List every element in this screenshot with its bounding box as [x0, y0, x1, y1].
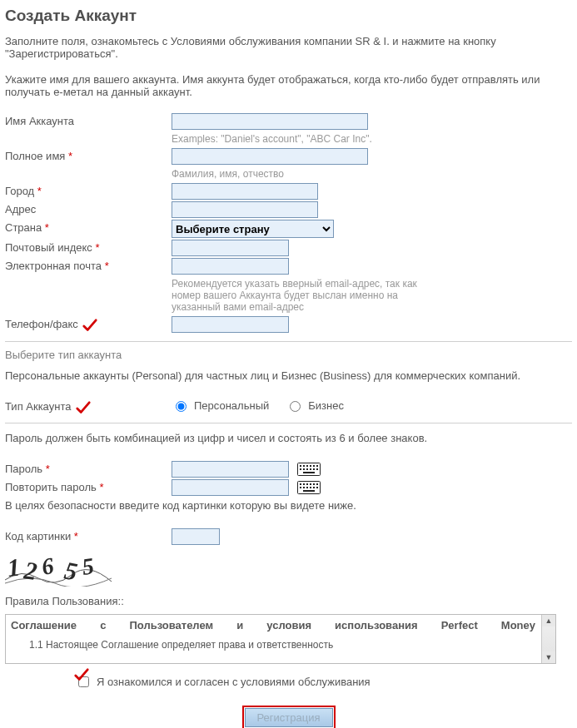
- country-select[interactable]: Выберите страну: [172, 220, 334, 238]
- svg-rect-3: [306, 465, 308, 467]
- keyboard-icon[interactable]: [297, 481, 321, 494]
- terms-header: Правила Пользования::: [5, 595, 572, 607]
- full-name-input[interactable]: [172, 148, 368, 165]
- account-name-input[interactable]: [172, 113, 368, 130]
- svg-text:6: 6: [40, 552, 56, 580]
- account-note: Укажите имя для вашего аккаунта. Имя акк…: [5, 73, 572, 98]
- account-type-label: Тип Аккаунта: [5, 399, 172, 414]
- account-type-desc: Персональные аккаунты (Personal) для час…: [5, 369, 572, 382]
- scrollbar[interactable]: ▲ ▼: [541, 615, 555, 663]
- chevron-up-icon[interactable]: ▲: [542, 615, 555, 626]
- email-input[interactable]: [172, 258, 289, 275]
- account-name-hint: Examples: "Daniel's account", "ABC Car I…: [172, 133, 421, 145]
- city-label: Город *: [5, 183, 172, 197]
- svg-text:1: 1: [6, 552, 21, 581]
- separator: [5, 341, 572, 342]
- svg-rect-24: [310, 487, 311, 488]
- svg-text:5: 5: [81, 552, 96, 580]
- captcha-input[interactable]: [172, 528, 220, 545]
- svg-rect-20: [316, 483, 318, 485]
- city-input[interactable]: [172, 183, 318, 200]
- account-type-personal-label: Персональный: [194, 399, 269, 412]
- terms-textarea[interactable]: Соглашение с Пользователем и условия исп…: [5, 614, 556, 664]
- svg-rect-23: [306, 487, 308, 488]
- account-type-header: Выберите тип аккаунта: [5, 349, 572, 361]
- svg-rect-15: [300, 483, 301, 485]
- check-icon: [76, 401, 91, 414]
- svg-rect-17: [306, 483, 308, 485]
- phone-input[interactable]: [172, 316, 289, 333]
- svg-text:2: 2: [22, 556, 38, 585]
- svg-rect-6: [316, 465, 318, 467]
- full-name-label: Полное имя *: [5, 148, 172, 162]
- svg-rect-12: [316, 468, 318, 470]
- svg-rect-19: [313, 483, 315, 485]
- svg-text:5: 5: [62, 556, 80, 585]
- phone-label: Телефон/факс: [5, 316, 172, 332]
- account-type-business-label: Бизнес: [308, 399, 344, 412]
- svg-rect-11: [313, 468, 315, 470]
- country-label: Страна *: [5, 220, 172, 234]
- svg-rect-21: [300, 487, 301, 488]
- captcha-label: Код картинки *: [5, 528, 172, 542]
- terms-body: 1.1 Настоящее Соглашение определяет прав…: [11, 639, 550, 651]
- separator: [5, 423, 572, 423]
- svg-rect-26: [316, 487, 318, 488]
- svg-rect-18: [310, 483, 311, 485]
- svg-rect-1: [300, 465, 301, 467]
- svg-rect-13: [303, 472, 315, 473]
- keyboard-icon[interactable]: [297, 463, 321, 476]
- account-type-personal-radio[interactable]: [176, 401, 187, 412]
- terms-title: Соглашение с Пользователем и условия исп…: [11, 618, 550, 633]
- svg-rect-27: [303, 490, 315, 492]
- intro-text: Заполните поля, ознакомьтесь с Условиями…: [5, 35, 572, 60]
- security-note: В целях безопасности введите код картинк…: [5, 499, 572, 512]
- svg-rect-10: [310, 468, 311, 470]
- address-label: Адрес: [5, 201, 172, 215]
- agree-checkbox[interactable]: [78, 676, 89, 687]
- repeat-password-label: Повторить пароль *: [5, 479, 172, 493]
- page-title: Создать Аккаунт: [5, 7, 572, 25]
- register-button[interactable]: Регистрация: [245, 708, 333, 727]
- captcha-image: 1 2 6 5 5: [5, 550, 572, 587]
- check-icon: [82, 319, 97, 332]
- email-label: Электронная почта *: [5, 258, 172, 272]
- account-name-label: Имя Аккаунта: [5, 113, 172, 127]
- svg-rect-9: [306, 468, 308, 470]
- password-input[interactable]: [172, 461, 289, 478]
- postal-input[interactable]: [172, 240, 289, 256]
- account-type-business-radio[interactable]: [290, 401, 301, 412]
- agree-label: Я ознакомился и согласен с условиями обс…: [97, 676, 371, 688]
- address-input[interactable]: [172, 201, 318, 218]
- postal-label: Почтовый индекс *: [5, 240, 172, 254]
- password-label: Пароль *: [5, 461, 172, 475]
- password-desc: Пароль должен быть комбинацией из цифр и…: [5, 432, 572, 444]
- repeat-password-input[interactable]: [172, 479, 289, 496]
- svg-rect-16: [303, 483, 305, 485]
- svg-rect-22: [303, 487, 305, 488]
- svg-rect-2: [303, 465, 305, 467]
- svg-rect-7: [300, 468, 301, 470]
- full-name-hint: Фамилия, имя, отчество: [172, 168, 421, 180]
- svg-rect-25: [313, 487, 315, 488]
- svg-rect-8: [303, 468, 305, 470]
- svg-rect-4: [310, 465, 311, 467]
- chevron-down-icon[interactable]: ▼: [542, 651, 555, 663]
- svg-rect-5: [313, 465, 315, 467]
- email-hint: Рекомендуется указать вверный email-адре…: [172, 278, 421, 313]
